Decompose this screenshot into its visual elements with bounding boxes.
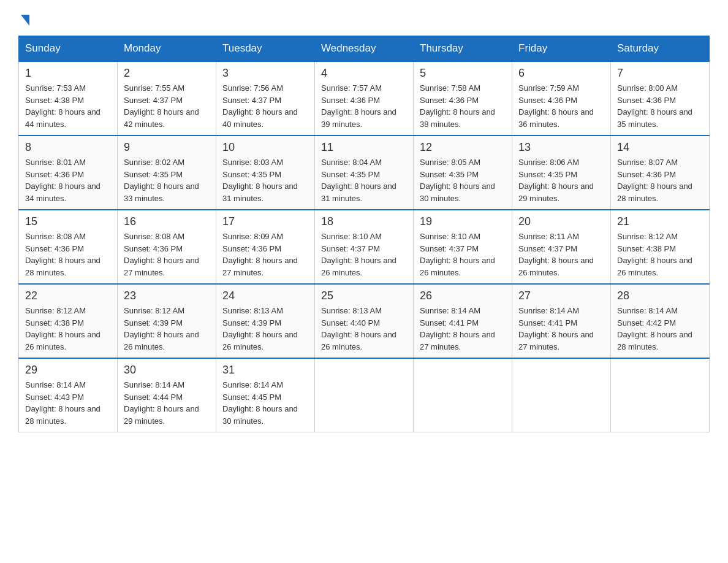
sunrise-label: Sunrise: 7:56 AM xyxy=(222,83,283,93)
calendar-cell: 25 Sunrise: 8:13 AM Sunset: 4:40 PM Dayl… xyxy=(315,284,414,358)
sunset-label: Sunset: 4:36 PM xyxy=(518,96,577,105)
sunset-label: Sunset: 4:37 PM xyxy=(518,244,577,253)
daylight-label: Daylight: 8 hours and 29 minutes. xyxy=(124,404,199,426)
daylight-label: Daylight: 8 hours and 26 minutes. xyxy=(518,256,594,277)
daylight-label: Daylight: 8 hours and 29 minutes. xyxy=(518,182,594,203)
day-number: 27 xyxy=(518,289,604,302)
daylight-label: Daylight: 8 hours and 39 minutes. xyxy=(321,107,396,129)
sunrise-label: Sunrise: 8:05 AM xyxy=(420,158,480,167)
calendar-cell xyxy=(512,358,611,432)
calendar-cell: 24 Sunrise: 8:13 AM Sunset: 4:39 PM Dayl… xyxy=(216,284,315,358)
day-info: Sunrise: 8:14 AM Sunset: 4:43 PM Dayligh… xyxy=(25,379,111,427)
sunset-label: Sunset: 4:39 PM xyxy=(124,318,183,327)
calendar-cell: 30 Sunrise: 8:14 AM Sunset: 4:44 PM Dayl… xyxy=(118,358,216,432)
calendar-cell: 2 Sunrise: 7:55 AM Sunset: 4:37 PM Dayli… xyxy=(118,61,216,136)
sunrise-label: Sunrise: 8:00 AM xyxy=(617,83,678,93)
day-info: Sunrise: 8:13 AM Sunset: 4:39 PM Dayligh… xyxy=(222,305,308,353)
sunset-label: Sunset: 4:37 PM xyxy=(222,96,281,105)
sunset-label: Sunset: 4:36 PM xyxy=(25,244,84,253)
daylight-label: Daylight: 8 hours and 26 minutes. xyxy=(321,330,396,351)
sunrise-label: Sunrise: 8:14 AM xyxy=(518,306,579,315)
day-number: 25 xyxy=(321,289,407,302)
sunrise-label: Sunrise: 8:12 AM xyxy=(25,306,86,315)
calendar-week-row: 22 Sunrise: 8:12 AM Sunset: 4:38 PM Dayl… xyxy=(19,284,710,358)
daylight-label: Daylight: 8 hours and 27 minutes. xyxy=(420,330,495,351)
sunset-label: Sunset: 4:44 PM xyxy=(124,393,183,402)
sunrise-label: Sunrise: 8:10 AM xyxy=(420,232,480,241)
day-number: 9 xyxy=(124,141,210,154)
calendar-cell: 29 Sunrise: 8:14 AM Sunset: 4:43 PM Dayl… xyxy=(19,358,118,432)
daylight-label: Daylight: 8 hours and 27 minutes. xyxy=(124,256,199,277)
sunrise-label: Sunrise: 8:09 AM xyxy=(222,232,283,241)
calendar-week-row: 15 Sunrise: 8:08 AM Sunset: 4:36 PM Dayl… xyxy=(19,210,710,284)
day-number: 5 xyxy=(420,67,506,80)
calendar-cell: 27 Sunrise: 8:14 AM Sunset: 4:41 PM Dayl… xyxy=(512,284,611,358)
day-info: Sunrise: 8:12 AM Sunset: 4:39 PM Dayligh… xyxy=(124,305,210,353)
calendar-cell: 23 Sunrise: 8:12 AM Sunset: 4:39 PM Dayl… xyxy=(118,284,216,358)
day-number: 11 xyxy=(321,141,407,154)
sunset-label: Sunset: 4:43 PM xyxy=(25,393,84,402)
sunrise-label: Sunrise: 8:13 AM xyxy=(222,306,283,315)
calendar-cell: 17 Sunrise: 8:09 AM Sunset: 4:36 PM Dayl… xyxy=(216,210,315,284)
day-info: Sunrise: 7:56 AM Sunset: 4:37 PM Dayligh… xyxy=(222,82,308,130)
sunset-label: Sunset: 4:40 PM xyxy=(321,318,380,327)
day-info: Sunrise: 8:05 AM Sunset: 4:35 PM Dayligh… xyxy=(420,156,506,204)
daylight-label: Daylight: 8 hours and 34 minutes. xyxy=(25,182,100,203)
day-info: Sunrise: 8:14 AM Sunset: 4:45 PM Dayligh… xyxy=(222,379,308,427)
day-number: 7 xyxy=(617,67,703,80)
daylight-label: Daylight: 8 hours and 35 minutes. xyxy=(617,107,692,129)
sunrise-label: Sunrise: 8:14 AM xyxy=(420,306,480,315)
calendar-cell: 15 Sunrise: 8:08 AM Sunset: 4:36 PM Dayl… xyxy=(19,210,118,284)
sunset-label: Sunset: 4:38 PM xyxy=(25,96,84,105)
day-info: Sunrise: 7:55 AM Sunset: 4:37 PM Dayligh… xyxy=(124,82,210,130)
day-number: 23 xyxy=(124,289,210,302)
daylight-label: Daylight: 8 hours and 26 minutes. xyxy=(617,256,692,277)
calendar-cell: 16 Sunrise: 8:08 AM Sunset: 4:36 PM Dayl… xyxy=(118,210,216,284)
day-info: Sunrise: 8:06 AM Sunset: 4:35 PM Dayligh… xyxy=(518,156,604,204)
calendar-week-row: 29 Sunrise: 8:14 AM Sunset: 4:43 PM Dayl… xyxy=(19,358,710,432)
day-number: 16 xyxy=(124,215,210,228)
daylight-label: Daylight: 8 hours and 42 minutes. xyxy=(124,107,199,129)
calendar-cell: 26 Sunrise: 8:14 AM Sunset: 4:41 PM Dayl… xyxy=(414,284,512,358)
day-info: Sunrise: 8:02 AM Sunset: 4:35 PM Dayligh… xyxy=(124,156,210,204)
calendar-cell: 8 Sunrise: 8:01 AM Sunset: 4:36 PM Dayli… xyxy=(19,136,118,210)
header-friday: Friday xyxy=(512,36,611,62)
sunset-label: Sunset: 4:36 PM xyxy=(124,244,183,253)
day-info: Sunrise: 8:08 AM Sunset: 4:36 PM Dayligh… xyxy=(25,231,111,278)
day-info: Sunrise: 7:57 AM Sunset: 4:36 PM Dayligh… xyxy=(321,82,407,130)
day-info: Sunrise: 8:12 AM Sunset: 4:38 PM Dayligh… xyxy=(25,305,111,353)
sunset-label: Sunset: 4:36 PM xyxy=(617,170,676,179)
sunset-label: Sunset: 4:36 PM xyxy=(222,244,281,253)
day-info: Sunrise: 8:10 AM Sunset: 4:37 PM Dayligh… xyxy=(420,231,506,278)
daylight-label: Daylight: 8 hours and 30 minutes. xyxy=(420,182,495,203)
calendar-cell: 31 Sunrise: 8:14 AM Sunset: 4:45 PM Dayl… xyxy=(216,358,315,432)
daylight-label: Daylight: 8 hours and 33 minutes. xyxy=(124,182,199,203)
sunrise-label: Sunrise: 8:08 AM xyxy=(124,232,184,241)
calendar-week-row: 8 Sunrise: 8:01 AM Sunset: 4:36 PM Dayli… xyxy=(19,136,710,210)
sunset-label: Sunset: 4:37 PM xyxy=(321,244,380,253)
sunrise-label: Sunrise: 7:57 AM xyxy=(321,83,382,93)
logo-arrow-icon xyxy=(21,15,29,26)
calendar-cell xyxy=(315,358,414,432)
sunrise-label: Sunrise: 8:14 AM xyxy=(124,380,184,389)
day-info: Sunrise: 8:13 AM Sunset: 4:40 PM Dayligh… xyxy=(321,305,407,353)
daylight-label: Daylight: 8 hours and 38 minutes. xyxy=(420,107,495,129)
sunrise-label: Sunrise: 8:12 AM xyxy=(124,306,184,315)
sunset-label: Sunset: 4:45 PM xyxy=(222,393,281,402)
day-number: 8 xyxy=(25,141,111,154)
day-number: 26 xyxy=(420,289,506,302)
day-info: Sunrise: 8:09 AM Sunset: 4:36 PM Dayligh… xyxy=(222,231,308,278)
daylight-label: Daylight: 8 hours and 31 minutes. xyxy=(222,182,298,203)
daylight-label: Daylight: 8 hours and 26 minutes. xyxy=(420,256,495,277)
header-monday: Monday xyxy=(118,36,216,62)
daylight-label: Daylight: 8 hours and 28 minutes. xyxy=(617,182,692,203)
calendar-week-row: 1 Sunrise: 7:53 AM Sunset: 4:38 PM Dayli… xyxy=(19,61,710,136)
sunrise-label: Sunrise: 8:02 AM xyxy=(124,158,184,167)
calendar-cell: 18 Sunrise: 8:10 AM Sunset: 4:37 PM Dayl… xyxy=(315,210,414,284)
day-number: 22 xyxy=(25,289,111,302)
calendar-cell: 22 Sunrise: 8:12 AM Sunset: 4:38 PM Dayl… xyxy=(19,284,118,358)
sunrise-label: Sunrise: 8:14 AM xyxy=(617,306,678,315)
sunset-label: Sunset: 4:42 PM xyxy=(617,318,676,327)
sunset-label: Sunset: 4:36 PM xyxy=(321,96,380,105)
calendar-header-row: Sunday Monday Tuesday Wednesday Thursday… xyxy=(19,36,710,62)
